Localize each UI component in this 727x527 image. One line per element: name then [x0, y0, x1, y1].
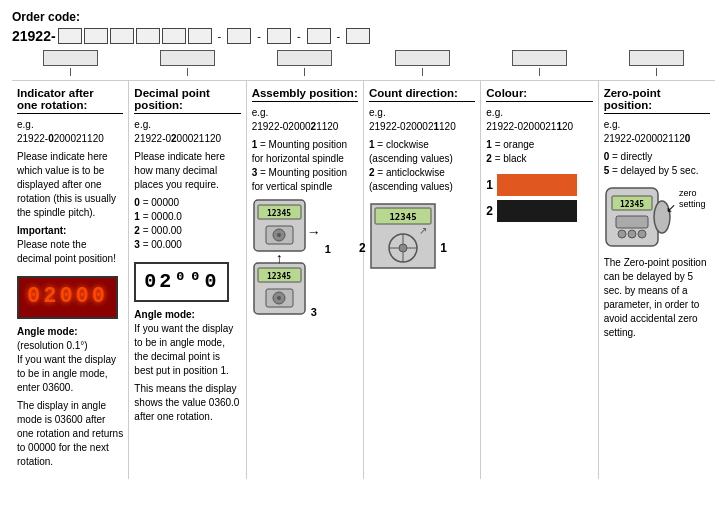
col5-top-box	[481, 50, 598, 66]
assembly-device-1-row: 12345 → 1	[252, 198, 358, 257]
swatch-1-label: 1	[486, 177, 493, 194]
col-count: Count direction: e.g.21922-0200021120 1 …	[364, 81, 481, 479]
col1-angle-label: Angle mode:(resolution 0.1°)If you want …	[17, 325, 123, 395]
svg-point-25	[618, 230, 626, 238]
col1-top-box	[12, 50, 129, 66]
col1-body: e.g.21922-0200021120 Please indicate her…	[17, 118, 123, 469]
col5-input[interactable]	[512, 50, 567, 66]
swatch-black	[497, 200, 577, 222]
code-box-10[interactable]	[346, 28, 370, 44]
assembly-label-1: 1	[325, 242, 331, 257]
order-code-number: 21922-	[12, 28, 56, 44]
col-zero: Zero-point position: e.g.21922-020002112…	[599, 81, 715, 479]
col4-desc: 1 = clockwise (ascending values) 2 = ant…	[369, 138, 475, 194]
col4-body: e.g.21922-0200021120 1 = clockwise (asce…	[369, 106, 475, 278]
assembly-device-3-row: 12345 ↑ 3	[252, 261, 358, 320]
svg-text:12345: 12345	[267, 272, 291, 281]
order-code-label: Order code:	[12, 10, 715, 24]
col6-input[interactable]	[629, 50, 684, 66]
swatch-black-row: 2	[486, 200, 592, 222]
count-device: 12345 ↗ 2 1	[369, 202, 437, 274]
col1-important: Important:Please note the decimal point …	[17, 224, 123, 266]
col2-input[interactable]	[160, 50, 215, 66]
col6-eg: e.g.21922-0200021120	[604, 118, 710, 146]
top-col-boxes	[12, 50, 715, 66]
col-colour: Colour: e.g.21922-0200021120 1 = orange …	[481, 81, 598, 479]
code-box-5[interactable]	[162, 28, 186, 44]
count-label-1: 1	[440, 240, 447, 257]
col2-desc: Please indicate here how many decimal pl…	[134, 150, 240, 192]
col4-top-box	[364, 50, 481, 66]
swatch-orange	[497, 174, 577, 196]
code-box-2[interactable]	[84, 28, 108, 44]
col3-header: Assembly position:	[252, 87, 358, 102]
assembly-num-3: 3	[311, 306, 317, 318]
arrow-up: ↑	[276, 249, 283, 269]
col6-info: The Zero-point position can be delayed b…	[604, 256, 710, 340]
col6-top-box	[598, 50, 715, 66]
col1-header: Indicator afterone rotation:	[17, 87, 123, 114]
col5-eg: e.g.21922-0200021120	[486, 106, 592, 134]
assembly-num-1: 1	[325, 243, 331, 255]
col4-eg: e.g.21922-0200021120	[369, 106, 475, 134]
swatch-orange-row: 1	[486, 174, 592, 196]
col3-eg: e.g.21922-0200021120	[252, 106, 358, 134]
vertical-device-svg: 12345	[252, 261, 307, 316]
zero-setting-label: zerosetting	[679, 188, 706, 210]
code-box-9[interactable]	[307, 28, 331, 44]
col5-body: e.g.21922-0200021120 1 = orange 2 = blac…	[486, 106, 592, 222]
arrow-right: →	[307, 223, 321, 243]
code-box-8[interactable]	[267, 28, 291, 44]
main-columns: Indicator afterone rotation: e.g.21922-0…	[12, 80, 715, 479]
assembly-label-3: 3	[311, 305, 317, 320]
code-box-3[interactable]	[110, 28, 134, 44]
col4-input[interactable]	[395, 50, 450, 66]
col3-desc: 1 = Mounting position for horizontal spi…	[252, 138, 358, 194]
col1-desc: Please indicate here which value is to b…	[17, 150, 123, 220]
connector-lines	[12, 68, 715, 76]
svg-point-5	[277, 233, 281, 237]
col6-header: Zero-point position:	[604, 87, 710, 114]
code-box-1[interactable]	[58, 28, 82, 44]
col3-body: e.g.21922-0200021120 1 = Mounting positi…	[252, 106, 358, 320]
svg-point-26	[628, 230, 636, 238]
assembly-device-3: 12345 ↑	[252, 261, 307, 320]
order-code-input-row: 21922- - - - -	[12, 28, 715, 44]
count-label-2: 2	[359, 240, 366, 257]
code-box-4[interactable]	[136, 28, 160, 44]
col3-top-box	[246, 50, 363, 66]
col2-angle-info: This means the display shows the value 0…	[134, 382, 240, 424]
order-code-block: Order code: 21922- - - - -	[12, 10, 715, 44]
col6-desc: 0 = directly 5 = delayed by 5 sec.	[604, 150, 710, 178]
code-box-6[interactable]	[188, 28, 212, 44]
col5-header: Colour:	[486, 87, 592, 102]
col2-top-box	[129, 50, 246, 66]
page: Order code: 21922- - - - -	[0, 0, 727, 489]
col1-eg: e.g.21922-0200021120	[17, 118, 123, 146]
svg-point-11	[277, 296, 281, 300]
col4-header: Count direction:	[369, 87, 475, 102]
svg-point-18	[399, 244, 407, 252]
col1-input[interactable]	[43, 50, 98, 66]
svg-point-27	[638, 230, 646, 238]
zero-device-svg: 12345	[604, 186, 672, 248]
horizontal-device-svg: 12345	[252, 198, 307, 253]
svg-rect-24	[616, 216, 648, 228]
col1-angle-info: The display in angle mode is 03600 after…	[17, 399, 123, 469]
white-led-display: 02⁰⁰0	[134, 262, 229, 302]
svg-text:↗: ↗	[419, 225, 427, 236]
col2-body: e.g.21922-0200021120 Please indicate her…	[134, 118, 240, 424]
col6-body: e.g.21922-0200021120 0 = directly 5 = de…	[604, 118, 710, 340]
code-box-7[interactable]	[227, 28, 251, 44]
col3-input[interactable]	[277, 50, 332, 66]
swatch-2-label: 2	[486, 203, 493, 220]
zero-arrow: ↙	[666, 200, 676, 217]
col2-header: Decimal point position:	[134, 87, 240, 114]
red-led-display: 02000	[17, 276, 118, 319]
col-assembly: Assembly position: e.g.21922-0200021120 …	[247, 81, 364, 479]
col2-options: 0 = 00000 1 = 0000.0 2 = 000.00 3 = 00.0…	[134, 196, 240, 252]
col2-eg: e.g.21922-0200021120	[134, 118, 240, 146]
count-device-svg: 12345 ↗	[369, 202, 437, 270]
col-indicator: Indicator afterone rotation: e.g.21922-0…	[12, 81, 129, 479]
svg-text:12345: 12345	[389, 212, 416, 222]
